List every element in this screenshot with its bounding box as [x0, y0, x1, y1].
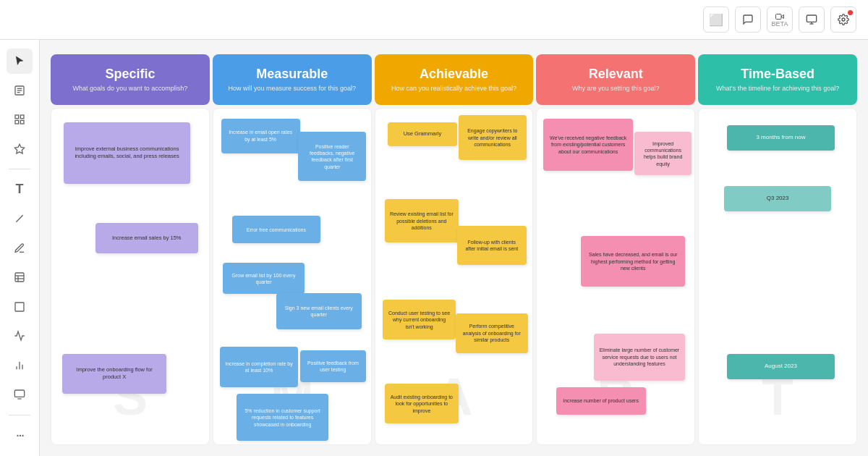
sticky-note[interactable]: Increase number of product users: [556, 387, 646, 415]
chart-icon[interactable]: [7, 324, 33, 349]
cursor-icon[interactable]: [7, 48, 33, 74]
sticky-note[interactable]: August 2023: [727, 354, 834, 379]
star-icon[interactable]: [7, 137, 33, 162]
sticky-note[interactable]: Increase email sales by 15%: [95, 223, 198, 253]
sticky-note[interactable]: Improved communications helps build bran…: [634, 132, 691, 175]
sticky-note[interactable]: Grow email list by 100 every quarter: [223, 263, 305, 294]
col-timebased-subtitle: What's the timeline for achieving this g…: [716, 85, 839, 93]
svg-point-5: [842, 18, 845, 21]
sticky-note[interactable]: Sign 3 new email clients every quarter: [276, 293, 362, 329]
sticky-note[interactable]: Use Grammarly: [388, 122, 457, 146]
col-relevant-subtitle: Why are you setting this goal?: [572, 85, 660, 93]
present-icon[interactable]: [799, 7, 825, 33]
col-measurable-subtitle: How will you measure success for this go…: [228, 85, 356, 93]
video-icon-wrapper[interactable]: BETA: [767, 7, 793, 33]
sidebar: T ···: [0, 40, 40, 456]
more-icon[interactable]: ···: [7, 422, 33, 447]
apps-icon[interactable]: [7, 107, 33, 132]
sticky-note[interactable]: Increase in completion rate by at least …: [220, 347, 299, 387]
sticky-note[interactable]: Error free communications: [232, 216, 320, 243]
svg-line-15: [16, 215, 22, 221]
svg-rect-16: [15, 273, 24, 282]
svg-marker-0: [781, 14, 784, 18]
svg-marker-14: [14, 144, 24, 153]
chat-icon[interactable]: [735, 7, 761, 33]
draw-icon[interactable]: [7, 235, 33, 261]
col-measurable-header: Measurable How will you measure success …: [213, 54, 372, 105]
sticky-note[interactable]: 3 months from now: [727, 125, 834, 151]
sticky-note[interactable]: 5% reduction in customer support request…: [237, 394, 328, 441]
notes-icon[interactable]: [7, 78, 33, 104]
col-specific-body: S Improve external business communicatio…: [51, 108, 210, 445]
col-specific: Specific What goals do you want to accom…: [51, 54, 210, 445]
sticky-note[interactable]: Positive feedback from user testing: [300, 350, 366, 382]
sticky-note[interactable]: We've received negative feedback from ex…: [543, 119, 633, 171]
col-specific-subtitle: What goals do you want to accomplish?: [73, 85, 188, 93]
col-timebased: Time-Based What's the timeline for achie…: [698, 54, 857, 445]
sticky-note[interactable]: Q3 2023: [724, 186, 831, 211]
canvas: Specific What goals do you want to accom…: [40, 40, 868, 456]
col-achievable-body: A Use Grammarly Engage copywriters to wr…: [375, 108, 534, 445]
col-achievable-header: Achievable How can you realistically ach…: [375, 54, 534, 105]
table-icon[interactable]: [7, 265, 33, 290]
col-timebased-body: T 3 months from now Q3 2023 August 2023: [698, 108, 857, 445]
sticky-note[interactable]: Follow-up with clients after initial ema…: [457, 226, 527, 265]
col-relevant-body: R We've received negative feedback from …: [536, 108, 695, 445]
svg-rect-24: [14, 390, 24, 397]
graph-icon[interactable]: [7, 352, 33, 378]
col-measurable: Measurable How will you measure success …: [213, 54, 372, 445]
col-measurable-body: M Increase in email open rates by at lea…: [213, 108, 372, 445]
svg-rect-13: [20, 121, 24, 124]
col-achievable-title: Achievable: [420, 67, 488, 82]
col-timebased-title: Time-Based: [741, 67, 814, 82]
sticky-note[interactable]: Improve the onboarding flow for product …: [62, 354, 166, 394]
top-bar: ⬜ BETA: [0, 0, 868, 40]
col-achievable-subtitle: How can you realistically achieve this g…: [391, 85, 516, 93]
svg-rect-20: [15, 303, 24, 311]
col-relevant-title: Relevant: [589, 67, 643, 82]
smart-grid: Specific What goals do you want to accom…: [51, 54, 857, 445]
col-achievable: Achievable How can you realistically ach…: [375, 54, 534, 445]
text-icon[interactable]: T: [7, 177, 33, 202]
sticky-note[interactable]: Sales have decreased, and email is our h…: [581, 236, 685, 287]
svg-rect-10: [15, 115, 19, 119]
sticky-note[interactable]: Improve external business communications…: [64, 122, 190, 184]
line-icon[interactable]: [7, 206, 33, 232]
settings-icon[interactable]: [830, 7, 856, 33]
col-timebased-header: Time-Based What's the timeline for achie…: [698, 54, 857, 105]
sticky-note[interactable]: Increase in email open rates by at least…: [221, 119, 300, 153]
svg-rect-1: [776, 14, 782, 19]
svg-rect-11: [20, 115, 24, 119]
sticky-note[interactable]: Positive reader feedbacks, negative feed…: [298, 132, 366, 181]
sticky-note[interactable]: Review existing email list for possible …: [385, 199, 459, 242]
col-relevant-header: Relevant Why are you setting this goal?: [536, 54, 695, 105]
frame-icon[interactable]: [7, 294, 33, 319]
screen-icon[interactable]: ⬜: [703, 7, 729, 33]
sticky-note[interactable]: Eliminate large number of customer servi…: [594, 334, 685, 381]
svg-rect-2: [807, 15, 816, 22]
beta-label: BETA: [772, 21, 788, 28]
col-relevant: Relevant Why are you setting this goal? …: [536, 54, 695, 445]
sticky-note[interactable]: Engage copywriters to write and/or revie…: [459, 115, 527, 160]
display-icon[interactable]: [7, 382, 33, 408]
col-specific-title: Specific: [105, 67, 155, 82]
col-specific-header: Specific What goals do you want to accom…: [51, 54, 210, 105]
col-measurable-title: Measurable: [256, 67, 328, 82]
sticky-note[interactable]: Conduct user testing to see why current …: [383, 300, 455, 339]
svg-rect-12: [15, 121, 19, 124]
sticky-note[interactable]: Perform competitive analysis of onboardi…: [456, 313, 528, 353]
sticky-note[interactable]: Audit existing onboarding to look for op…: [385, 384, 459, 423]
